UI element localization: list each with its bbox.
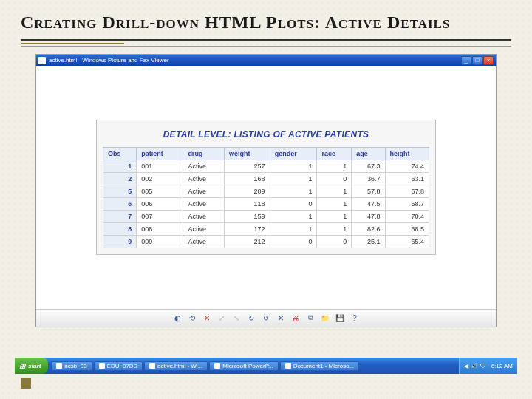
cell: Active xyxy=(183,173,225,185)
task-label: Microsoft PowerP... xyxy=(222,363,273,369)
cell: 006 xyxy=(137,198,183,211)
cell: 5 xyxy=(103,185,137,198)
toolbar-icon[interactable]: ↻ xyxy=(247,313,256,322)
taskbar-item[interactable]: EDU_07DS xyxy=(94,361,143,371)
cell: 172 xyxy=(225,223,270,236)
task-app-icon xyxy=(285,363,291,369)
cell: 67.3 xyxy=(352,160,385,173)
cell: 58.7 xyxy=(385,198,429,211)
task-app-icon xyxy=(214,363,220,369)
tray-icon[interactable]: 🛡 xyxy=(480,363,486,369)
toolbar-icon[interactable]: ⟲ xyxy=(188,313,197,322)
table-header-row: Obspatientdrugweightgenderraceageheight xyxy=(103,148,429,160)
task-label: Document1 - Microso... xyxy=(293,363,355,369)
tray-icon[interactable]: 🔊 xyxy=(471,363,478,369)
start-button[interactable]: ⊞ start xyxy=(15,358,48,374)
cell: 118 xyxy=(225,198,270,211)
slide-title: Creating Drill-down HTML Plots: Active D… xyxy=(21,12,511,33)
col-patient: patient xyxy=(137,148,183,160)
cell: 68.5 xyxy=(385,223,429,236)
cell: 0 xyxy=(317,173,352,185)
cell: 0 xyxy=(270,198,317,211)
divider-accent xyxy=(21,43,124,44)
cell: 212 xyxy=(225,236,270,248)
toolbar-icon[interactable]: 📁 xyxy=(321,313,330,322)
cell: 1 xyxy=(270,160,317,173)
toolbar-icon[interactable]: 💾 xyxy=(335,313,344,322)
cell: 009 xyxy=(137,236,183,248)
col-obs: Obs xyxy=(103,148,137,160)
table-row: 1001Active2571167.374.4 xyxy=(103,160,429,173)
cell: 257 xyxy=(225,160,270,173)
cell: Active xyxy=(183,223,225,236)
col-height: height xyxy=(385,148,429,160)
toolbar-icon[interactable]: ⤢ xyxy=(217,313,226,322)
cell: 67.8 xyxy=(385,185,429,198)
cell: 001 xyxy=(137,160,183,173)
cell: 1 xyxy=(317,160,352,173)
app-icon xyxy=(38,57,46,64)
cell: 2 xyxy=(103,173,137,185)
toolbar-icon[interactable]: 🖨 xyxy=(291,313,300,322)
cell: 1 xyxy=(270,211,317,223)
cell: 57.8 xyxy=(352,185,385,198)
patients-table: Obspatientdrugweightgenderraceageheight … xyxy=(103,147,429,248)
toolbar-icon[interactable]: ⤡ xyxy=(232,313,241,322)
minimize-button[interactable]: _ xyxy=(461,56,471,65)
col-gender: gender xyxy=(270,148,317,160)
col-race: race xyxy=(317,148,352,160)
cell: 63.1 xyxy=(385,173,429,185)
toolbar-icon[interactable]: ↺ xyxy=(262,313,270,322)
task-app-icon xyxy=(149,363,155,369)
toolbar-icon[interactable]: ✕ xyxy=(202,313,211,322)
taskbar-item[interactable]: ncsb_03 xyxy=(51,361,92,371)
divider-thin xyxy=(21,46,511,47)
cell: 1 xyxy=(317,198,352,211)
cell: 82.6 xyxy=(352,223,385,236)
report-panel: DETAIL LEVEL: LISTING OF ACTIVE PATIENTS… xyxy=(96,120,436,255)
taskbar-item[interactable]: Microsoft PowerP... xyxy=(209,361,278,371)
maximize-button[interactable]: □ xyxy=(472,56,482,65)
tray-icon[interactable]: ◀ xyxy=(464,363,468,369)
cell: Active xyxy=(183,211,225,223)
start-label: start xyxy=(28,363,41,369)
cell: Active xyxy=(183,160,225,173)
cell: 1 xyxy=(317,211,352,223)
cell: 74.4 xyxy=(385,160,429,173)
picture-viewer-window: active.html - Windows Picture and Fax Vi… xyxy=(35,54,497,327)
task-label: active.html - Wi... xyxy=(157,363,202,369)
table-row: 7007Active1591147.870.4 xyxy=(103,211,429,223)
cell: 1 xyxy=(270,223,317,236)
window-title: active.html - Windows Picture and Fax Vi… xyxy=(49,57,169,64)
cell: 36.7 xyxy=(352,173,385,185)
cell: 007 xyxy=(137,211,183,223)
cell: 1 xyxy=(317,223,352,236)
close-button[interactable]: × xyxy=(483,56,494,65)
toolbar-icon[interactable]: ⧉ xyxy=(306,313,315,322)
task-label: EDU_07DS xyxy=(107,363,137,369)
cell: 47.5 xyxy=(352,198,385,211)
task-app-icon xyxy=(99,363,105,369)
cell: 8 xyxy=(103,223,137,236)
divider-dark xyxy=(21,39,511,41)
slide-footer-accent xyxy=(21,378,31,389)
taskbar-item[interactable]: active.html - Wi... xyxy=(144,361,208,371)
cell: Active xyxy=(183,236,225,248)
cell: 002 xyxy=(137,173,183,185)
taskbar-item[interactable]: Document1 - Microso... xyxy=(280,361,360,371)
task-label: ncsb_03 xyxy=(64,363,86,369)
cell: 168 xyxy=(225,173,270,185)
toolbar-icon[interactable]: ✕ xyxy=(276,313,285,322)
toolbar-icon[interactable]: ? xyxy=(350,313,359,322)
toolbar-icon[interactable]: ◐ xyxy=(173,313,182,322)
report-title: DETAIL LEVEL: LISTING OF ACTIVE PATIENTS xyxy=(103,129,429,140)
taskbar-items: ncsb_03EDU_07DSactive.html - Wi...Micros… xyxy=(48,358,458,374)
cell: 70.4 xyxy=(385,211,429,223)
cell: 1 xyxy=(317,185,352,198)
col-weight: weight xyxy=(225,148,270,160)
table-row: 5005Active2091157.867.8 xyxy=(103,185,429,198)
viewer-body: DETAIL LEVEL: LISTING OF ACTIVE PATIENTS… xyxy=(36,66,496,309)
cell: 159 xyxy=(225,211,270,223)
cell: 6 xyxy=(103,198,137,211)
cell: 1 xyxy=(270,173,317,185)
